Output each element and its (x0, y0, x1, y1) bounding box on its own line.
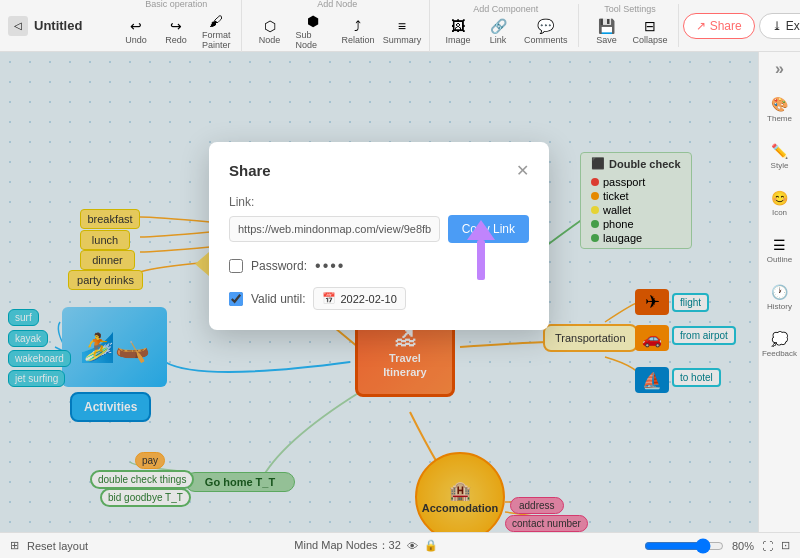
icon-panel-button[interactable]: 😊 Icon (761, 184, 799, 223)
export-button[interactable]: ⤓ Export (759, 13, 800, 39)
zoom-slider[interactable] (644, 538, 724, 554)
feedback-icon: 💭 (771, 331, 788, 347)
summary-button[interactable]: ≡Summary (381, 16, 423, 47)
icon-panel-icon: 😊 (771, 190, 788, 206)
style-panel-button[interactable]: ✏️ Style (761, 137, 799, 176)
export-label: Export (786, 19, 800, 33)
link-label: Link: (229, 195, 529, 209)
right-panel: » 🎨 Theme ✏️ Style 😊 Icon ☰ Outline 🕐 Hi… (758, 52, 800, 532)
sub-node-button[interactable]: ⬢Sub Node (292, 11, 336, 52)
status-right: 80% ⛶ ⊡ (644, 538, 790, 554)
statusbar: ⊞ Reset layout Mind Map Nodes：32 👁 🔒 80%… (0, 532, 800, 558)
basic-op-label: Basic operation (145, 0, 207, 9)
redo-button[interactable]: ↪Redo (158, 16, 194, 47)
comments-button[interactable]: 💬Comments (520, 16, 572, 47)
dialog-close-button[interactable]: ✕ (516, 163, 529, 179)
tool-settings-group: Tool Settings 💾Save ⊟Collapse (583, 4, 679, 47)
add-node-items: ⬡Node ⬢Sub Node ⤴Relation ≡Summary (252, 11, 424, 52)
fullscreen-icon[interactable]: ⛶ (762, 540, 773, 552)
collapse-panel-button[interactable]: » (775, 60, 784, 78)
outline-icon: ☰ (773, 237, 786, 253)
add-node-label: Add Node (317, 0, 357, 9)
tool-settings-label: Tool Settings (604, 4, 656, 14)
arrow-shaft (477, 240, 485, 280)
lock-icon: 🔒 (424, 539, 438, 552)
add-component-label: Add Component (473, 4, 538, 14)
format-painter-button[interactable]: 🖌Format Painter (198, 11, 235, 52)
history-icon: 🕐 (771, 284, 788, 300)
save-button[interactable]: 💾Save (589, 16, 625, 47)
theme-icon: 🎨 (771, 96, 788, 112)
add-node-group: Add Node ⬡Node ⬢Sub Node ⤴Relation ≡Summ… (246, 0, 431, 52)
status-layout-icon: ⊞ (10, 539, 19, 552)
collapse-button[interactable]: ⊟Collapse (629, 16, 672, 47)
node-button[interactable]: ⬡Node (252, 16, 288, 47)
style-icon: ✏️ (771, 143, 788, 159)
logo-area: ◁ Untitled (8, 16, 108, 36)
password-label: Password: (251, 259, 307, 273)
calendar-icon: 📅 (322, 292, 336, 305)
fit-icon[interactable]: ⊡ (781, 539, 790, 552)
date-input[interactable]: 📅 2022-02-10 (313, 287, 405, 310)
feedback-panel-button[interactable]: 💭 Feedback (761, 325, 799, 364)
toolbar: ◁ Untitled Basic operation ↩Undo ↪Redo 🖌… (0, 0, 800, 52)
export-icon: ⤓ (772, 19, 782, 33)
add-component-items: 🖼Image 🔗Link 💬Comments (440, 16, 572, 47)
password-dots: •••• (315, 257, 345, 275)
theme-panel-button[interactable]: 🎨 Theme (761, 90, 799, 129)
arrow-head (467, 220, 495, 240)
link-input[interactable] (229, 216, 440, 242)
basic-operation-group: Basic operation ↩Undo ↪Redo 🖌Format Pain… (112, 0, 242, 52)
password-checkbox[interactable] (229, 259, 243, 273)
eye-icon: 👁 (407, 540, 418, 552)
back-button[interactable]: ◁ (8, 16, 28, 36)
share-icon: ↗ (696, 19, 706, 33)
main-area: breakfast lunch dinner party drinks 🏄🛶 A… (0, 52, 800, 532)
reset-layout-button[interactable]: Reset layout (27, 540, 88, 552)
dialog-overlay: Share ✕ Link: Copy Link Password: •••• V… (0, 52, 758, 532)
undo-button[interactable]: ↩Undo (118, 16, 154, 47)
relation-button[interactable]: ⤴Relation (339, 16, 376, 47)
basic-op-items: ↩Undo ↪Redo 🖌Format Painter (118, 11, 235, 52)
valid-until-label: Valid until: (251, 292, 305, 306)
date-value: 2022-02-10 (340, 293, 396, 305)
zoom-level: 80% (732, 540, 754, 552)
app-title: Untitled (34, 18, 82, 33)
copy-arrow (467, 220, 495, 280)
dialog-title: Share (229, 162, 271, 179)
dialog-header: Share ✕ (229, 162, 529, 179)
canvas[interactable]: breakfast lunch dinner party drinks 🏄🛶 A… (0, 52, 758, 532)
link-button[interactable]: 🔗Link (480, 16, 516, 47)
outline-panel-button[interactable]: ☰ Outline (761, 231, 799, 270)
valid-until-checkbox[interactable] (229, 292, 243, 306)
valid-until-row: Valid until: 📅 2022-02-10 (229, 287, 529, 310)
status-center: Mind Map Nodes：32 👁 🔒 (294, 538, 437, 553)
history-panel-button[interactable]: 🕐 History (761, 278, 799, 317)
image-button[interactable]: 🖼Image (440, 16, 476, 47)
status-left: ⊞ Reset layout (10, 539, 88, 552)
mind-map-nodes-label: Mind Map Nodes：32 (294, 538, 400, 553)
tool-settings-items: 💾Save ⊟Collapse (589, 16, 672, 47)
share-dialog: Share ✕ Link: Copy Link Password: •••• V… (209, 142, 549, 330)
share-button[interactable]: ↗ Share (683, 13, 755, 39)
share-label: Share (710, 19, 742, 33)
add-component-group: Add Component 🖼Image 🔗Link 💬Comments (434, 4, 579, 47)
